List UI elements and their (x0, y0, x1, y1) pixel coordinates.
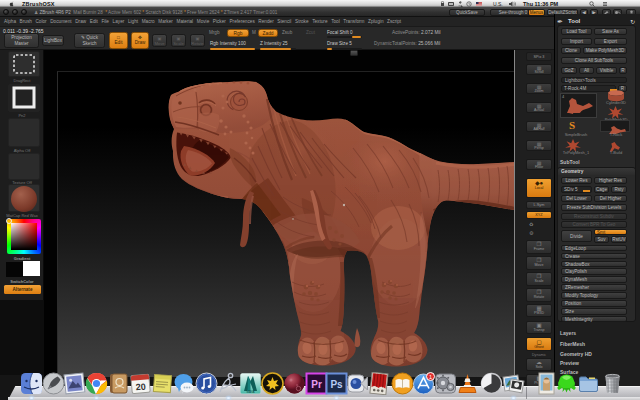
svg-text:1: 1 (428, 374, 431, 380)
svg-text:Pr: Pr (311, 379, 322, 390)
svg-text:Ps: Ps (330, 379, 343, 390)
svg-text:20: 20 (135, 382, 146, 393)
svg-text:MAYA: MAYA (246, 390, 254, 394)
